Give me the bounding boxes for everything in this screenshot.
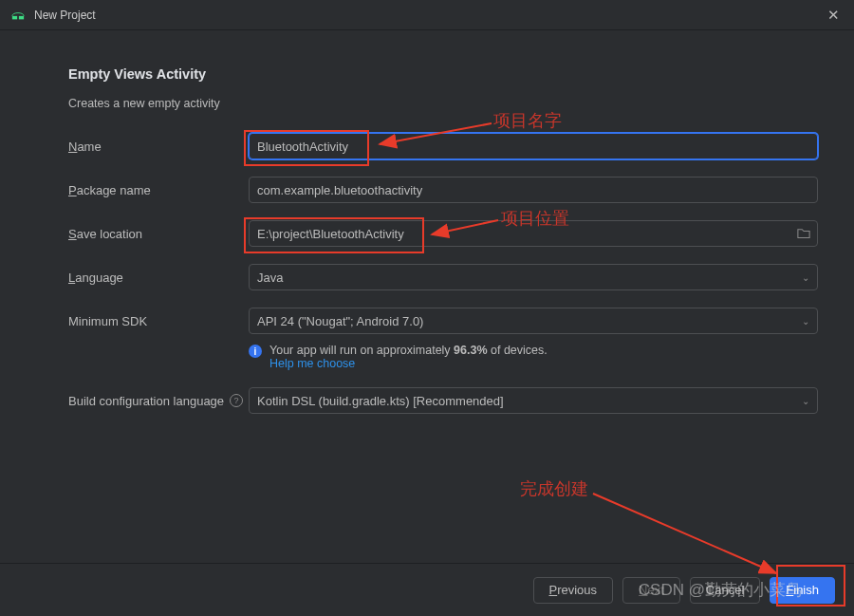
name-input[interactable] bbox=[249, 133, 818, 159]
label-name: Name bbox=[68, 140, 249, 154]
label-minsdk: Minimum SDK bbox=[68, 314, 249, 328]
svg-rect-0 bbox=[12, 15, 17, 19]
buildconfig-dropdown[interactable]: Kotlin DSL (build.gradle.kts) [Recommend… bbox=[249, 387, 818, 414]
label-language: Language bbox=[68, 271, 249, 285]
page-heading: Empty Views Activity bbox=[68, 66, 818, 82]
svg-rect-1 bbox=[19, 15, 24, 19]
minsdk-dropdown[interactable]: API 24 ("Nougat"; Android 7.0) ⌄ bbox=[249, 308, 818, 334]
close-icon[interactable]: ✕ bbox=[824, 7, 843, 24]
row-name: Name bbox=[68, 133, 818, 159]
chevron-down-icon: ⌄ bbox=[802, 396, 809, 406]
buildconfig-value: Kotlin DSL (build.gradle.kts) [Recommend… bbox=[257, 394, 504, 408]
label-buildconfig: Build configuration language ? bbox=[68, 394, 249, 408]
previous-button[interactable]: Previous bbox=[533, 577, 614, 604]
content-area: Empty Views Activity Creates a new empty… bbox=[0, 30, 854, 414]
row-package: Package name bbox=[68, 177, 818, 203]
label-save-location: Save location bbox=[68, 227, 249, 241]
app-logo-icon bbox=[11, 9, 25, 22]
svg-line-4 bbox=[593, 494, 776, 573]
page-subtext: Creates a new empty activity bbox=[68, 97, 818, 110]
minsdk-value: API 24 ("Nougat"; Android 7.0) bbox=[257, 314, 423, 328]
help-question-icon[interactable]: ? bbox=[230, 394, 243, 407]
chevron-down-icon: ⌄ bbox=[802, 316, 809, 327]
window-title: New Project bbox=[34, 9, 824, 22]
label-package: Package name bbox=[68, 183, 249, 197]
chevron-down-icon: ⌄ bbox=[802, 272, 809, 283]
row-language: Language Java ⌄ bbox=[68, 264, 818, 290]
save-location-input[interactable] bbox=[249, 220, 818, 247]
browse-folder-icon[interactable] bbox=[797, 228, 810, 239]
language-dropdown[interactable]: Java ⌄ bbox=[249, 264, 818, 290]
row-buildconfig: Build configuration language ? Kotlin DS… bbox=[68, 387, 818, 414]
help-row: i Your app will run on approximately 96.… bbox=[249, 344, 818, 370]
package-input[interactable] bbox=[249, 177, 818, 203]
row-minsdk: Minimum SDK API 24 ("Nougat"; Android 7.… bbox=[68, 308, 818, 334]
watermark: CSDN @勤劳的小菜鸟 bbox=[639, 579, 802, 601]
info-icon: i bbox=[249, 345, 262, 358]
help-text: Your app will run on approximately 96.3%… bbox=[269, 344, 548, 357]
help-link[interactable]: Help me choose bbox=[269, 357, 548, 370]
titlebar: New Project ✕ bbox=[0, 0, 854, 30]
annot-text-finish: 完成创建 bbox=[520, 477, 588, 500]
row-save-location: Save location bbox=[68, 220, 818, 247]
language-value: Java bbox=[257, 271, 283, 285]
